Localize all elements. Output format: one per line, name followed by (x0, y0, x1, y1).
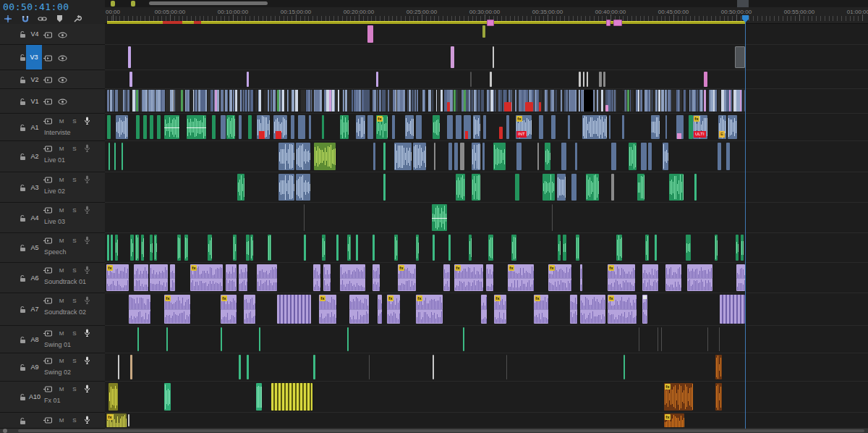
track-targeting-icon[interactable] (3, 14, 12, 24)
clip[interactable] (617, 90, 624, 112)
clip[interactable] (170, 264, 175, 291)
clip[interactable] (447, 102, 450, 112)
track-header-extra[interactable]: MS (0, 413, 105, 429)
mute-button[interactable]: M (58, 237, 65, 244)
clip[interactable] (116, 115, 128, 139)
clip[interactable] (451, 46, 454, 68)
clip[interactable] (259, 327, 260, 351)
clip[interactable] (291, 115, 294, 139)
playhead-line[interactable] (745, 21, 746, 429)
clip[interactable] (665, 264, 681, 291)
clip[interactable] (322, 235, 326, 261)
track-lane-extra[interactable]: fxfx (105, 413, 868, 429)
clip[interactable] (111, 235, 113, 261)
lock-icon[interactable] (19, 76, 27, 84)
voiceover-record-mic-icon[interactable] (84, 206, 90, 214)
track-header-A6[interactable]: A6MSSoundtrack 01 (0, 263, 105, 293)
clip[interactable] (729, 90, 731, 112)
clip[interactable] (448, 235, 451, 261)
clip[interactable] (128, 46, 131, 68)
clip[interactable] (278, 143, 294, 170)
track-lane-V3[interactable] (105, 45, 868, 70)
clip[interactable] (443, 264, 450, 291)
mute-button[interactable]: M (58, 177, 65, 183)
clip[interactable] (472, 143, 480, 170)
voiceover-record-mic-icon[interactable] (84, 175, 90, 184)
solo-button[interactable]: S (71, 417, 78, 424)
clip[interactable] (539, 115, 543, 139)
clip[interactable] (304, 204, 305, 231)
clip[interactable] (637, 174, 644, 201)
clip[interactable] (184, 235, 188, 261)
clip[interactable] (586, 174, 599, 201)
clip[interactable] (248, 115, 252, 139)
clip[interactable] (611, 174, 614, 201)
clip[interactable] (568, 115, 570, 139)
clip[interactable] (552, 204, 553, 231)
source-patch-icon[interactable] (43, 358, 52, 364)
lock-icon[interactable] (19, 336, 27, 344)
clip[interactable] (136, 90, 138, 112)
clip[interactable] (576, 235, 579, 261)
source-patch-icon[interactable] (43, 267, 52, 274)
sequence-marker[interactable] (111, 1, 115, 7)
clip[interactable] (715, 383, 722, 411)
time-ruler[interactable]: 00:0000:05:00:0000:10:00:0000:15:00:0000… (105, 7, 868, 24)
clip[interactable] (239, 355, 241, 379)
toggle-track-output-eye-icon[interactable] (58, 77, 67, 83)
clip[interactable] (107, 235, 109, 261)
track-header-A9[interactable]: A9MSSwing 02 (0, 353, 105, 382)
voiceover-record-mic-icon[interactable] (84, 266, 90, 274)
clip[interactable] (256, 383, 262, 411)
track-name-A3[interactable]: A3 (27, 182, 43, 193)
clip[interactable] (616, 235, 622, 261)
clip[interactable] (164, 115, 179, 139)
clip[interactable]: fx (376, 115, 388, 139)
clip[interactable]: fx (416, 295, 443, 324)
toggle-track-output-eye-icon[interactable] (58, 55, 67, 62)
clip[interactable] (629, 143, 637, 170)
clip[interactable] (582, 115, 607, 139)
clip[interactable] (247, 355, 249, 379)
track-lane-A7[interactable]: fxfxfxfxfxfxfxfx (105, 293, 868, 326)
track-name-V2[interactable]: V2 (27, 74, 43, 85)
clip[interactable] (296, 174, 310, 201)
clip[interactable] (558, 90, 561, 112)
clip[interactable] (571, 174, 576, 201)
clip[interactable] (687, 264, 712, 291)
clip[interactable] (515, 174, 519, 201)
voiceover-record-mic-icon[interactable] (84, 384, 90, 393)
clip[interactable] (416, 235, 419, 261)
clip[interactable]: fx (164, 295, 190, 324)
mute-button[interactable]: M (58, 118, 65, 125)
clip[interactable] (150, 235, 153, 261)
clip[interactable] (239, 115, 242, 139)
clip[interactable] (181, 90, 183, 112)
clip[interactable] (580, 295, 605, 324)
clip[interactable] (246, 235, 250, 261)
clip[interactable] (686, 235, 691, 261)
clip[interactable] (551, 115, 556, 139)
solo-button[interactable]: S (71, 177, 78, 183)
clip[interactable] (506, 355, 507, 379)
track-lane-A3[interactable] (105, 172, 868, 203)
lock-icon[interactable] (19, 214, 27, 222)
clip[interactable]: fx (190, 264, 223, 291)
lock-icon[interactable] (19, 417, 27, 425)
clip[interactable]: fx (608, 295, 637, 324)
track-header-A8[interactable]: A8MSSwing 01 (0, 326, 105, 353)
track-header-V2[interactable]: V2 (0, 70, 105, 89)
clip[interactable] (268, 235, 271, 261)
clip[interactable] (715, 355, 722, 379)
clip[interactable] (575, 143, 577, 170)
lock-icon[interactable] (19, 393, 27, 401)
clip[interactable] (177, 235, 181, 261)
snap-magnet-icon[interactable] (20, 14, 30, 24)
source-patch-icon[interactable] (43, 386, 52, 392)
source-patch-icon[interactable] (43, 146, 52, 152)
clip[interactable]: fx (534, 295, 548, 324)
clip[interactable] (511, 235, 516, 261)
track-name-A1[interactable]: A1 (27, 122, 43, 133)
clip[interactable] (237, 174, 244, 201)
mute-button[interactable]: M (58, 298, 65, 304)
